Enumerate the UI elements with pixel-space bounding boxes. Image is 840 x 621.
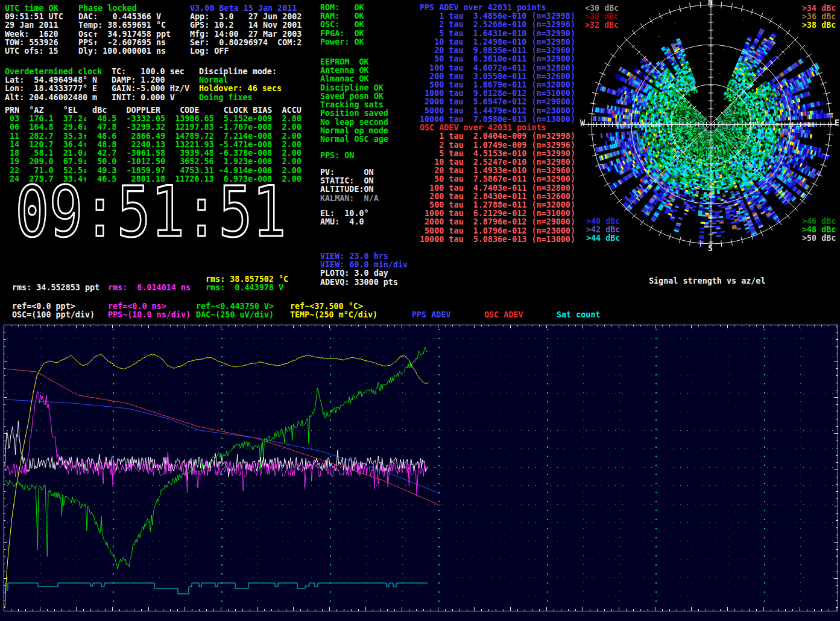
text-line: 200 tau 2.8430e-011 (n=32600) [420,193,575,201]
rms-dac: rms: 0.443978 V [206,284,283,292]
text-line: >46 dBc [802,217,836,226]
text-line: Ser: 0.80296974 COM:2 [190,39,302,47]
mask-block: EL: 10.0°AMU: 4.0 [320,209,369,226]
text-line: 5000 tau 1.0796e-012 (n=23000) [420,227,575,235]
text-line: 5000 tau 1.4479e-012 (n=23000) [420,107,575,115]
filter-block: PV: ONSTATIC: ONALTITUDE:ONKALMAN: N/A [320,168,379,203]
legend-pps-adev: PPS ADEV [412,311,451,319]
text-line: OSC: OK [320,21,364,29]
text-line: GAIN:-5.000 Hz/V [112,84,189,93]
text-line: UTC ofs: 15 [5,47,63,56]
text-line: 29 Jan 2011 [5,21,63,30]
dbc-legend-1: >34 dBc>36 dBc>38 dBc [802,4,836,30]
text-line: >38 dBc [802,21,836,30]
text-line: PLOTQ: 3.0 day [320,269,408,278]
text-line: Log: OFF [190,47,302,56]
text-line: 500 tau 1.2788e-011 (n=32000) [420,201,575,209]
text-line: App: 3.0 27 Jun 2002 [190,13,302,21]
text-line: N [708,0,713,7]
text-line: Overdetermined clock [5,68,102,76]
text-line: OSC ADEV over 42031 points [420,124,575,132]
text-line: PRN °AZ °EL dBc DOPPLER CODE CLOCK BIAS … [5,106,302,115]
pps-state: PPS: ON [320,151,354,160]
text-line: GPS: 10.2 14 Nov 2001 [190,21,302,30]
text-line: W [580,119,585,127]
text-line: >30 dBc [585,13,619,21]
text-line: INIT: 0.000 V [112,94,189,102]
text-line: TEMP~(250 m°C/div) [290,311,377,319]
text-line: >44 dBc [586,234,620,243]
rms-osc: rms: 34.552853 ppt [12,284,99,292]
text-line: >42 dBc [586,226,620,234]
text-line: PPS ADEV over 42031 points [420,4,575,12]
history-plot-canvas [0,323,840,621]
text-line: Discipline mode: [199,68,282,76]
text-line: Normal op mode [320,127,388,135]
dbc-legend-2: >40 dBc>42 dBc>44 dBc [586,217,620,243]
big-clock-digits: 09:51:51 [15,181,286,249]
text-line: 5 tau 4.5153e-010 (n=32990) [420,150,575,158]
text-line: DAC: 0.445366 V [78,13,171,21]
text-line: ref~<37.500 °C> [290,302,377,311]
oscillator-block: Phase lockedDAC: 0.445366 VTemp: 38.6596… [78,4,171,56]
text-line: ROM: OK [320,4,364,12]
text-line: 09:51:51 UTC [5,13,63,21]
text-line: Doing fixes [199,94,282,102]
text-line: Saved posn OK [320,92,388,101]
text-line: 50 tau 6.3610e-011 (n=32900) [420,55,575,63]
adev-tables: PPS ADEV over 42031 points 1 tau 3.4856e… [420,4,575,244]
text-line: ref~<0.443750 V> [196,302,274,311]
position-block: Overdetermined clockLat: 54.4964948° NLo… [5,68,102,102]
text-line: 2 tau 2.5268e-010 (n=32996) [420,21,575,29]
text-line: Temp: 38.659691 °C [78,21,171,30]
text-line: rms: 0.443978 V [206,284,283,292]
text-line: 50 tau 7.5867e-011 (n=32900) [420,175,575,183]
text-line: PPS ADEV [412,311,451,319]
text-line: 14 120.7 36.4↑ 48.8 2240.13 13221.93 -5.… [5,141,302,149]
text-line: >50 dBc [802,234,836,243]
text-line: Holdover: 46 secs [199,84,282,93]
text-line: >32 dBc [585,21,619,30]
text-line: No leap second [320,118,388,127]
text-line: Lat: 54.4964948° N [5,76,102,84]
text-line: 18 58.1 21.0↓ 42.7 -3061.58 3939.48 -6.3… [5,149,302,158]
compass-s: S [708,244,713,253]
text-line: 20 tau 9.8835e-011 (n=32960) [420,46,575,55]
text-line: Power: OK [320,38,364,46]
text-line: Week: 1620 [5,30,63,39]
text-line: Tracking sats [320,101,388,109]
text-line: 1000 tau 6.2129e-012 (n=31000) [420,209,575,218]
version-block: V3.00 Beta 15 Jan 2011App: 3.0 27 Jun 20… [190,4,302,56]
loop-params-block: TC: 100.0 secDAMP: 1.200GAIN:-5.000 Hz/V… [112,68,189,102]
text-line: DAC~(250 uV/div) [196,311,274,319]
signal-map-title: Signal strength vs az/el [649,260,765,295]
text-line: 03 176.1 37.2↓ 48.5 -3332.05 13986.65 5.… [5,115,302,123]
rms-pps: rms: 6.014014 ns [108,284,191,292]
text-line: DAMP: 1.200 [112,76,189,84]
text-line: E [835,119,839,127]
receiver-status-block: EEPROM OKAntenna OKAlmanac OKDiscipline … [320,58,388,144]
text-line: OSC=(100 ppt/div) [12,311,95,319]
view-block: VIEW: 23.0 hrsVIEW: 60.0 min/divPLOTQ: 3… [320,252,408,287]
text-line: PPS↑ -2.607695 ns [78,39,171,47]
text-line: Osc↑ 34.917458 ppt [78,30,171,39]
ref-temp: ref~<37.500 °C>TEMP~(250 m°C/div) [290,302,377,319]
text-line: KALMAN: N/A [320,194,379,203]
big-clock: 09:51:51 [14,181,287,249]
text-line: Mfg: 14:00 27 Mar 2003 [190,30,302,39]
ref-pps: ref=<0.0 ns>PPS~(10.0 ns/div) [108,302,191,319]
text-line: Normal OSC age [320,135,388,144]
text-line: >34 dBc [802,4,836,13]
text-line: Alt: 204.46002480 m [5,94,102,102]
text-line: 10 tau 1.2498e-010 (n=32980) [420,38,575,46]
text-line: PPS~(10.0 ns/div) [108,311,191,319]
text-line: 1 tau 2.0404e-009 (n=32998) [420,132,575,141]
text-line: PPS: ON [320,151,354,160]
text-line: V3.00 Beta 15 Jan 2011 [190,4,302,13]
text-line: 10000 tau 5.0836e-013 (n=13000) [420,235,575,244]
legend-sat-count: Sat count [557,311,601,319]
text-line: OSC ADEV [484,311,523,319]
compass-n: N [708,0,713,7]
text-line: Discipline OK [320,84,388,92]
text-line: 2000 tau 2.8796e-012 (n=29000) [420,218,575,226]
